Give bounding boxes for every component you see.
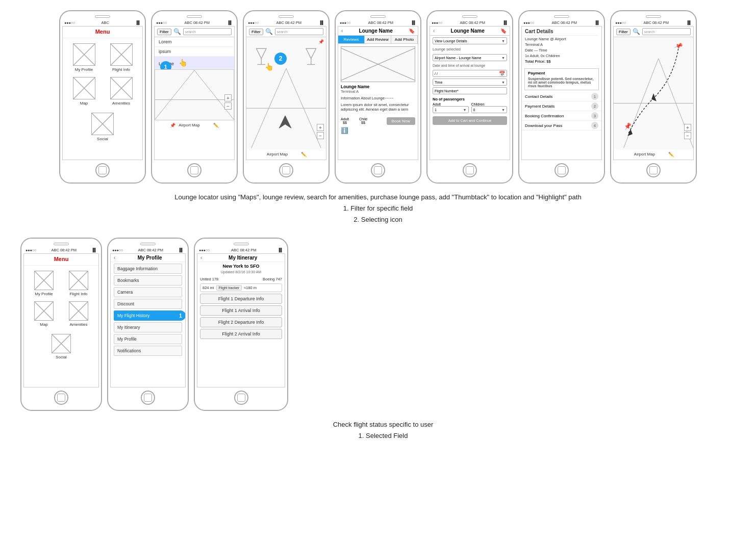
list-item-lorem[interactable]: Lorem	[155, 37, 234, 47]
menu-item-social[interactable]: Social	[63, 111, 142, 141]
phone-2-screen: Filter 🔍 search Lorem ipsum Lounge 1 👆	[154, 26, 235, 160]
menu-item-flight[interactable]: Flight Info	[105, 43, 137, 72]
list-item-ipsum[interactable]: ipsum	[155, 47, 234, 57]
filter-button[interactable]: Filter	[157, 29, 171, 35]
home-button-2[interactable]	[187, 163, 201, 177]
phone-3-map: ●●●○○ ABC 08:42 PM ▐▌ Filter 🔍 search	[243, 10, 330, 184]
itinerary-btn-flight2-dep[interactable]: Flight 2 Departure Info	[200, 317, 282, 327]
thumbtack-bottom-7: 📌	[623, 122, 632, 131]
home-button-1[interactable]	[95, 163, 110, 177]
profile-item-bookmarks[interactable]: Bookmarks	[114, 275, 182, 286]
step-1[interactable]: Contact Details 1	[522, 92, 601, 101]
flight-tracker-button[interactable]: Flight tracker	[216, 285, 242, 291]
profile-item-camera[interactable]: Camera	[114, 287, 182, 297]
search-input-7[interactable]: search	[642, 28, 691, 35]
phone-speaker-7	[646, 15, 661, 18]
itinerary-btn-flight2-arr[interactable]: Flight 2 Arrival Info	[200, 329, 282, 339]
step-3[interactable]: Booking Confirmation 3	[522, 111, 601, 121]
carrier-time-2: ABC 08:42 PM	[184, 20, 210, 25]
search-input-3[interactable]: search	[275, 28, 323, 35]
zoom-in-7[interactable]: +	[684, 124, 691, 131]
info-title-4: Information About Lounge~~~~	[341, 96, 415, 100]
step-4[interactable]: Download your Pass 4	[522, 121, 601, 131]
b1-amenities[interactable]: Amenities	[64, 301, 93, 327]
airport-lounge-dropdown[interactable]: Airport Name - Lounge Name ▼	[433, 54, 507, 61]
flight-input[interactable]: Flight Number*	[433, 87, 507, 94]
map-big-7: 📌 📌 + −	[614, 37, 693, 149]
tab-add-review[interactable]: Add Review	[365, 36, 391, 43]
bottom-phone-3-screen: ‹ My Itinerary New York to SFO Updated 8…	[197, 253, 285, 387]
b1-map[interactable]: Map	[29, 301, 59, 327]
bottom-phone-row: ●●●○○ ABC 08:42 PM ▐▌ Menu My Profile Fl…	[20, 238, 746, 411]
home-button-7[interactable]	[646, 163, 661, 177]
b1-social[interactable]: Social	[24, 332, 98, 359]
search-input-2[interactable]: search	[183, 28, 232, 35]
itinerary-btn-flight1-arr[interactable]: Flight 1 Arrival Info	[200, 305, 282, 316]
menu-item-profile[interactable]: My Profile	[68, 43, 100, 72]
zoom-in-3[interactable]: +	[317, 124, 324, 131]
menu-item-amenities[interactable]: Amenities	[105, 77, 137, 106]
step-2[interactable]: Payment Details 2	[522, 101, 601, 111]
tab-reviews[interactable]: Reviews	[338, 36, 365, 43]
phone-speaker-3	[279, 15, 294, 18]
home-button-b2[interactable]	[141, 391, 155, 405]
zoom-out-2[interactable]: −	[224, 102, 232, 110]
lounge-title-5: Lounge Name	[435, 28, 500, 34]
phone-speaker-2	[187, 15, 202, 18]
profile-item-itinerary[interactable]: My Itinerary	[114, 322, 182, 332]
payment-body: Suspendisse potenti. Sed consectetur, mi…	[528, 77, 595, 88]
children-count[interactable]: 0 ▼	[471, 106, 508, 113]
adult-count[interactable]: 1 ▼	[433, 106, 469, 113]
airport-map-label-2[interactable]: Airport Map	[178, 122, 200, 128]
filter-button-7[interactable]: Filter	[616, 29, 631, 35]
status-bar-3: ●●●○○ ABC 08:42 PM ▐▌	[244, 20, 329, 25]
bookmark-icon-5[interactable]: 🔖	[500, 28, 507, 34]
profile-item-myprofile[interactable]: My Profile	[114, 334, 182, 344]
bookmark-icon-4[interactable]: 🔖	[409, 28, 415, 34]
home-button-b1[interactable]	[54, 391, 68, 405]
cart-pax-line: 1x Adult, 0x Children	[525, 54, 598, 58]
add-to-cart-button[interactable]: Add to Cart and Continue	[433, 116, 507, 125]
profile-item-flight-history[interactable]: My Flight History 1	[114, 310, 182, 321]
thumbtack-icon-3: 📌	[318, 39, 324, 44]
airport-map-label-7[interactable]: Airport Map	[633, 151, 656, 158]
amenities-icon	[110, 77, 133, 99]
battery-1: ▐▌	[135, 20, 141, 25]
itinerary-title: My Itinerary	[204, 255, 282, 261]
home-inner-1	[98, 166, 107, 174]
home-button-b3[interactable]	[234, 391, 248, 405]
home-button-5[interactable]	[463, 163, 477, 177]
zoom-in-2[interactable]: +	[224, 94, 232, 101]
svg-marker-16	[257, 48, 267, 59]
search-icon-2: 🔍	[173, 28, 181, 35]
zoom-out-3[interactable]: −	[317, 132, 324, 139]
b1-profile[interactable]: My Profile	[29, 271, 59, 296]
time-dropdown[interactable]: Time ▼	[433, 79, 507, 86]
profile-item-baggage[interactable]: Baggage Information	[114, 264, 182, 274]
thumbtack-icon-2: 📌	[170, 123, 175, 128]
back-arrow-b2[interactable]: ‹	[114, 255, 115, 261]
view-details-dropdown[interactable]: View Lounge Details ▼	[433, 37, 507, 44]
b1-flight-icon	[69, 271, 88, 290]
phone-speaker-4	[370, 15, 386, 18]
itinerary-btn-flight1-dep[interactable]: Flight 1 Departure Info	[200, 294, 282, 304]
tab-add-photo[interactable]: Add Photo	[391, 36, 418, 43]
zoom-out-7[interactable]: −	[684, 132, 691, 139]
cart-date-line: Date — Time	[525, 48, 598, 53]
filter-button-3[interactable]: Filter	[249, 29, 263, 35]
profile-item-notifications[interactable]: Notifications	[114, 346, 182, 356]
profile-item-discount[interactable]: Discount	[114, 299, 182, 309]
date-input[interactable]: / / 📅	[433, 70, 507, 77]
home-button-3[interactable]	[279, 163, 293, 177]
status-bar-6: ●●●○○ ABC 08:42 PM ▐▌	[519, 20, 604, 25]
b1-flight[interactable]: Flight Info	[64, 271, 93, 296]
home-button-6[interactable]	[555, 163, 569, 177]
book-now-button[interactable]: Book Now	[387, 117, 415, 125]
menu-item-map[interactable]: Map	[68, 77, 100, 106]
home-button-4[interactable]	[371, 163, 385, 177]
airport-map-label-3[interactable]: Airport Map	[266, 151, 289, 158]
back-arrow-b3[interactable]: ‹	[200, 255, 202, 261]
list-item-lounge[interactable]: Lounge 1 👆	[155, 57, 234, 69]
adult-price-4: Adult $$	[341, 117, 349, 124]
phone-speaker-6	[554, 15, 569, 18]
